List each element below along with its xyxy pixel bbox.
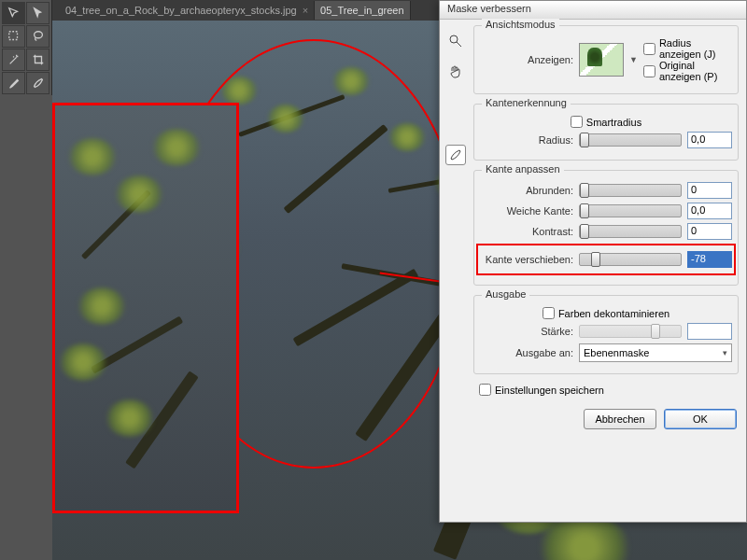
- wand-tool[interactable]: [2, 49, 25, 71]
- close-icon[interactable]: ×: [303, 5, 308, 16]
- tab-label: 04_tree_on_a_Rock_by_archaeopteryx_stock…: [65, 5, 297, 16]
- refine-mask-dialog: Maske verbessern Ansichtsmodus Anzeigen:…: [439, 0, 747, 523]
- eyedropper-tool[interactable]: [2, 72, 25, 94]
- refine-brush-icon[interactable]: [445, 145, 466, 165]
- smooth-input[interactable]: 0: [687, 182, 732, 199]
- adjust-edge-group: Kante anpassen Abrunden: 0 Weiche Kante:…: [473, 170, 739, 286]
- group-title: Ausgabe: [482, 288, 529, 300]
- chevron-down-icon: ▾: [723, 348, 727, 357]
- shift-edge-input[interactable]: -78: [687, 251, 732, 268]
- svg-rect-0: [8, 32, 17, 40]
- group-title: Kantenerkennung: [482, 97, 571, 108]
- checkbox-label: Radius anzeigen (J): [659, 37, 732, 60]
- shift-edge-label: Kante verschieben:: [480, 254, 573, 265]
- smooth-slider[interactable]: [579, 184, 682, 197]
- tab-doc-2[interactable]: 05_Tree_in_green: [315, 1, 411, 20]
- amount-input: [687, 323, 732, 340]
- cancel-button[interactable]: Abbrechen: [584, 409, 656, 429]
- output-group: Ausgabe Farben dekontaminieren Stärke: A…: [473, 295, 739, 374]
- feather-slider[interactable]: [579, 204, 682, 217]
- annotation-highlight: Kante verschieben: -78: [476, 244, 736, 275]
- dialog-title: Maske verbessern: [440, 1, 746, 20]
- group-title: Ansichtsmodus: [482, 19, 559, 30]
- checkbox-label: Original anzeigen (P): [659, 60, 732, 82]
- show-label: Anzeigen:: [480, 54, 573, 65]
- decontaminate-checkbox[interactable]: [543, 307, 555, 319]
- show-original-checkbox[interactable]: [643, 65, 655, 77]
- edge-detection-group: Kantenerkennung Smartradius Radius: 0,0: [473, 104, 739, 161]
- output-to-label: Ausgabe an:: [480, 347, 573, 358]
- view-mode-group: Ansichtsmodus Anzeigen: ▼ Radius anzeige…: [473, 25, 739, 94]
- view-preview[interactable]: [579, 43, 624, 77]
- feather-label: Weiche Kante:: [480, 205, 573, 217]
- brush-tool[interactable]: [26, 72, 49, 94]
- smooth-label: Abrunden:: [480, 185, 573, 196]
- marquee-tool[interactable]: [2, 25, 25, 48]
- button-label: OK: [693, 413, 708, 425]
- contrast-slider[interactable]: [579, 225, 682, 238]
- radius-label: Radius:: [480, 134, 573, 146]
- output-to-select[interactable]: Ebenenmaske ▾: [579, 343, 732, 362]
- remember-settings-checkbox[interactable]: [479, 384, 491, 396]
- amount-slider: [579, 325, 682, 338]
- contrast-input[interactable]: 0: [687, 223, 732, 240]
- tab-doc-1[interactable]: 04_tree_on_a_Rock_by_archaeopteryx_stock…: [60, 1, 315, 20]
- show-radius-checkbox[interactable]: [643, 43, 655, 55]
- chevron-down-icon[interactable]: ▼: [629, 55, 638, 64]
- feather-input[interactable]: 0,0: [687, 203, 732, 219]
- radius-input[interactable]: 0,0: [687, 132, 732, 148]
- contrast-label: Kontrast:: [480, 226, 573, 237]
- amount-label: Stärke:: [480, 326, 573, 337]
- checkbox-label: Smartradius: [586, 117, 641, 128]
- checkbox-label: Einstellungen speichern: [495, 385, 604, 396]
- direct-select-tool[interactable]: [26, 2, 49, 24]
- smart-radius-checkbox[interactable]: [571, 116, 583, 128]
- move-tool[interactable]: [2, 2, 25, 24]
- tab-label: 05_Tree_in_green: [320, 5, 404, 16]
- zoom-icon[interactable]: [445, 31, 466, 51]
- svg-point-2: [450, 35, 458, 43]
- hand-icon[interactable]: [445, 61, 466, 81]
- button-label: Abbrechen: [595, 413, 644, 425]
- checkbox-label: Farben dekontaminieren: [558, 308, 669, 319]
- ok-button[interactable]: OK: [664, 409, 737, 429]
- lasso-tool[interactable]: [26, 25, 49, 48]
- radius-slider[interactable]: [579, 133, 682, 147]
- shift-edge-slider[interactable]: [579, 253, 682, 266]
- dialog-tool-column: [445, 25, 468, 396]
- select-value: Ebenenmaske: [584, 347, 649, 358]
- tool-palette: [0, 0, 52, 95]
- crop-tool[interactable]: [26, 49, 49, 71]
- group-title: Kante anpassen: [482, 163, 564, 175]
